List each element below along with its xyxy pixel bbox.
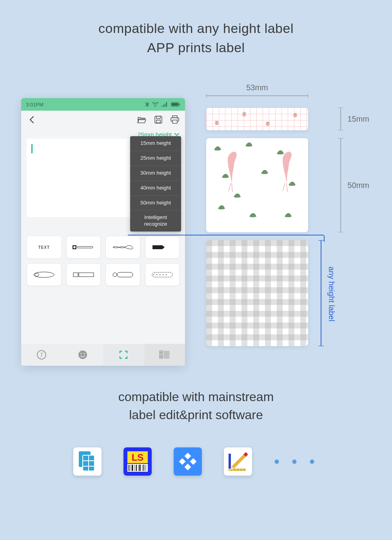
subhead-line-2: label edit&print software [0,406,392,424]
template-item[interactable] [145,263,180,286]
folder-open-icon [137,116,147,124]
nav-barcode[interactable] [144,344,185,366]
software-icon-labels [73,447,102,476]
status-time: 3:01PM [26,102,44,108]
ruler-pencil-icon [226,450,250,473]
height-option[interactable]: 30mm height [130,166,181,181]
svg-point-24 [83,353,85,354]
phone-mockup: 3:01PM 25mm height [21,98,185,366]
any-height-label: any height label [327,241,336,347]
height-option[interactable]: 40mm height [130,181,181,196]
svg-rect-62 [184,453,191,460]
bottom-nav: T [21,344,185,366]
svg-point-17 [113,273,117,277]
open-folder-button[interactable] [136,114,147,125]
save-button[interactable] [153,114,164,125]
height-option[interactable]: 50mm height [130,196,181,211]
wifi-icon [152,102,158,107]
dimension-50mm: 50mm [338,138,369,232]
chevron-left-icon [29,116,34,124]
headline-line-1: compatible with any height label [0,19,392,38]
dimension-width-line [206,93,308,98]
signal-icon [162,102,168,107]
svg-rect-16 [79,273,94,277]
svg-rect-65 [184,464,191,471]
svg-point-22 [78,350,87,359]
status-icons [145,102,180,107]
diamond-grid-icon [178,452,197,471]
svg-rect-4 [156,116,160,119]
nav-emoji[interactable] [62,344,103,366]
label-sample-any [206,240,308,346]
printer-icon [170,115,180,124]
headline-line-2: APP prints label [0,38,392,57]
template-item[interactable] [145,236,180,259]
height-option[interactable]: 15mm height [130,136,181,151]
dimension-width: 53mm [206,83,308,92]
software-icon-ruler-pencil [224,447,252,476]
template-item[interactable] [66,263,101,286]
nav-text[interactable]: T [21,344,62,366]
status-bar: 3:01PM [21,98,185,111]
svg-rect-12 [77,246,93,248]
svg-rect-1 [172,103,178,106]
app-top-bar [21,111,185,129]
software-icon-ls: LS [123,447,152,476]
bluetooth-icon [145,102,149,107]
svg-text:T: T [40,352,44,358]
template-item[interactable] [105,236,140,259]
label-sample-50mm [206,138,308,232]
print-button[interactable] [169,114,180,125]
label-sample-15mm [206,108,308,130]
svg-point-14 [35,273,39,276]
text-italic-icon: T [36,350,47,360]
svg-rect-3 [155,116,162,123]
save-icon [154,115,163,124]
labels-grid-icon [77,451,98,472]
template-item[interactable] [105,263,140,286]
height-option[interactable]: Intelligent recognize [130,210,181,232]
nav-frame[interactable] [103,344,144,366]
software-icon-diamonds [174,447,202,476]
any-height-bracket [318,240,324,346]
svg-rect-18 [117,272,133,277]
svg-rect-8 [172,120,177,123]
svg-point-13 [34,272,54,277]
dimension-15mm-text: 15mm [347,115,369,124]
svg-point-9 [177,119,178,119]
svg-point-23 [80,353,82,354]
height-dropdown: 15mm height 25mm height 30mm height 40mm… [130,136,181,232]
stage: 3:01PM 25mm height [21,98,371,366]
chevron-down-icon [174,133,180,137]
template-item[interactable] [66,236,101,259]
svg-rect-26 [160,352,162,353]
back-button[interactable] [26,114,37,125]
dimension-15mm: 15mm [338,108,369,130]
template-item[interactable] [27,263,62,286]
svg-rect-5 [156,120,160,123]
qr-barcode-icon [159,350,170,359]
svg-rect-64 [190,458,196,465]
subhead-line-1: compatible with mainstream [0,388,392,406]
svg-rect-63 [179,458,185,465]
svg-rect-15 [73,273,78,277]
template-text[interactable]: TEXT [27,236,62,259]
smile-icon [78,350,88,360]
template-grid: TEXT [21,230,185,292]
software-row: LS [0,447,392,476]
svg-rect-28 [160,356,162,358]
svg-rect-2 [179,104,180,105]
ls-logo-text: LS [132,452,144,463]
more-software-ellipsis: • • • [274,453,319,471]
frame-icon [118,350,129,360]
svg-rect-51 [127,464,148,472]
height-option[interactable]: 25mm height [130,151,181,166]
svg-point-11 [73,246,76,248]
connector-line [128,235,324,235]
battery-icon [171,102,180,107]
dimension-50mm-text: 50mm [347,181,369,190]
